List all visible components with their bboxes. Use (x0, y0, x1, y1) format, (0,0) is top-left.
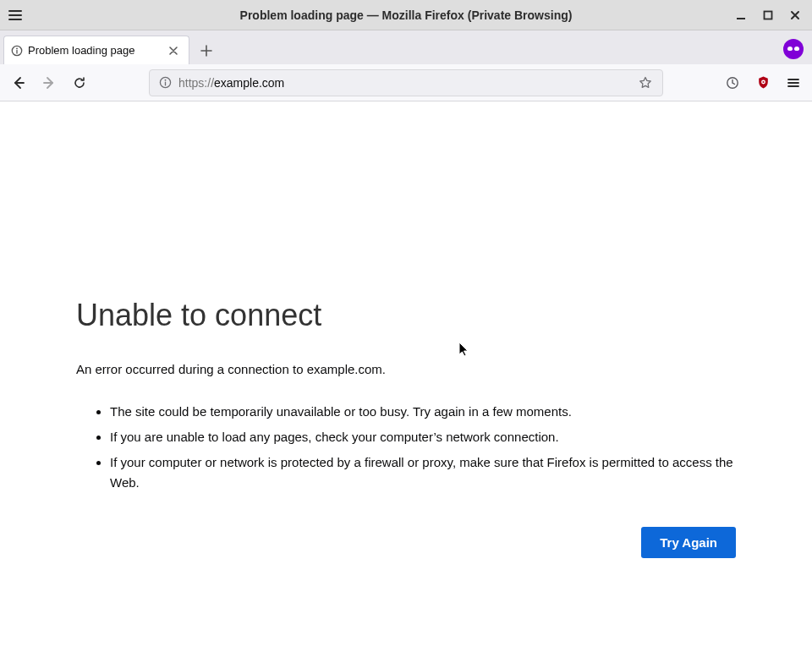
error-suggestion-list: The site could be temporarily unavailabl… (76, 402, 736, 493)
hamburger-icon (787, 76, 800, 90)
reload-button[interactable] (66, 69, 93, 96)
svg-point-2 (16, 47, 18, 49)
info-icon (159, 76, 172, 89)
url-scheme: https:// (178, 76, 214, 90)
new-tab-button[interactable] (193, 37, 220, 64)
window-close-button[interactable] (782, 3, 809, 27)
window-minimize-button[interactable] (727, 3, 754, 27)
history-button[interactable] (719, 69, 746, 96)
toolbar-right-icons (719, 69, 807, 96)
url-bar[interactable]: https://example.com (149, 69, 663, 96)
shield-icon (756, 75, 771, 90)
identity-icon[interactable] (156, 74, 173, 91)
hamburger-icon (8, 8, 22, 22)
close-icon (790, 10, 800, 20)
arrow-right-icon (42, 76, 56, 90)
error-suggestion: The site could be temporarily unavailabl… (110, 402, 736, 422)
browser-tab[interactable]: Problem loading page (3, 36, 189, 64)
window-maximize-button[interactable] (754, 3, 782, 27)
error-title: Unable to connect (76, 298, 736, 333)
window-titlebar: Problem loading page — Mozilla Firefox (… (0, 0, 812, 30)
error-subtitle: An error occurred during a connection to… (76, 362, 736, 376)
back-button[interactable] (5, 69, 32, 96)
star-icon (639, 76, 652, 90)
page-content: Unable to connect An error occurred duri… (0, 101, 812, 558)
ublock-button[interactable] (749, 69, 776, 96)
window-controls (727, 3, 812, 27)
maximize-icon (763, 10, 773, 20)
navigation-toolbar: https://example.com (0, 64, 812, 101)
window-title: Problem loading page — Mozilla Firefox (… (0, 8, 812, 22)
close-icon (169, 47, 178, 55)
tab-strip: Problem loading page (0, 30, 812, 64)
url-text: https://example.com (178, 76, 630, 90)
mask-icon (787, 47, 799, 52)
app-menu-button[interactable] (0, 0, 30, 30)
reload-icon (73, 76, 86, 90)
private-browsing-indicator (783, 39, 804, 59)
error-suggestion: If you are unable to load any pages, che… (110, 427, 736, 447)
plus-icon (200, 45, 212, 57)
error-actions: Try Again (76, 527, 736, 558)
svg-point-7 (762, 81, 764, 83)
clock-icon (726, 76, 739, 90)
svg-point-4 (164, 79, 166, 81)
tab-title: Problem loading page (28, 44, 134, 57)
error-suggestion: If your computer or network is protected… (110, 452, 736, 493)
minimize-icon (736, 10, 746, 20)
error-container: Unable to connect An error occurred duri… (76, 298, 736, 558)
forward-button[interactable] (36, 69, 63, 96)
arrow-left-icon (12, 76, 25, 90)
svg-rect-0 (765, 11, 772, 19)
try-again-button[interactable]: Try Again (641, 527, 736, 558)
tab-close-button[interactable] (165, 42, 182, 59)
bookmark-button[interactable] (635, 73, 656, 93)
info-icon (11, 45, 23, 57)
overflow-menu-button[interactable] (780, 69, 807, 96)
url-domain: example.com (214, 76, 284, 90)
